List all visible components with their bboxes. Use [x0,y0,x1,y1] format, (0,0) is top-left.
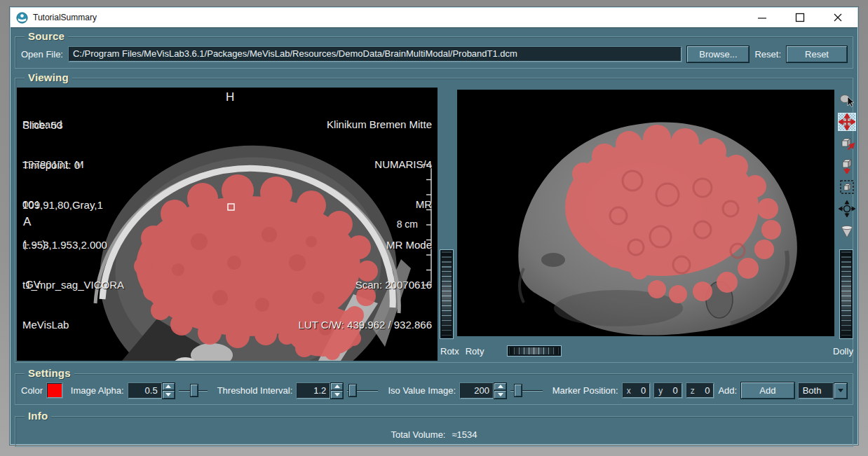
threshold-spinbox: 1.2 [297,383,343,399]
marker-x-value: 0 [641,385,646,396]
reset-button[interactable]: Reset [787,46,847,62]
mode-dropdown-value: Both [799,383,834,399]
down-arrow-icon [334,393,340,396]
marker-y-field[interactable]: y 0 [654,383,682,398]
view-all-icon[interactable] [838,178,856,196]
iso-value[interactable]: 200 [460,383,494,399]
image-alpha-slider[interactable] [179,384,208,398]
slice-thumbwheel[interactable] [440,249,454,339]
color-swatch[interactable] [47,383,62,398]
window-content: Source Open File: C:/Program Files/MeVis… [11,28,857,445]
marker-y-label: y [658,386,663,396]
marker-x-field[interactable]: x 0 [623,383,651,398]
pick-mode-icon[interactable] [838,91,856,109]
viewer-toolbar [837,91,857,240]
roty-label: Roty [466,346,484,357]
up-arrow-icon [498,385,503,388]
marker-x-label: x [627,386,631,396]
maximize-button[interactable] [786,9,814,26]
title-bar: TutorialSummary [11,8,857,28]
iso-value-down-button[interactable] [494,391,506,399]
camera-type-icon[interactable] [838,221,856,240]
threshold-slider[interactable] [347,384,378,398]
scale-label: 8 cm [397,218,418,231]
minimize-icon [757,13,767,22]
viewing-group: Viewing [15,78,853,363]
rotation-controls: Rotx Roty [440,345,562,357]
mode-dropdown[interactable]: Both [799,383,847,399]
close-button[interactable] [824,9,852,26]
seek-icon[interactable] [838,200,856,218]
dolly-thumbwheel[interactable] [839,249,853,339]
total-volume-value: ≈1534 [452,429,477,440]
head-3d-render [457,90,834,336]
image-alpha-spinbox: 0.5 [128,383,175,399]
home-icon[interactable] [838,134,856,153]
image-alpha-label: Image Alpha: [71,385,124,396]
dolly-label: Dolly [833,346,853,357]
threshold-label: Threshold Interval: [217,385,293,396]
info-group: Info Total Volume: ≈1534 [15,416,853,447]
marker-z-label: z [691,386,695,396]
chevron-down-icon [838,389,843,392]
render-viewer-3d[interactable] [457,90,834,336]
marker-y-value: 0 [673,385,678,396]
orientation-top-label: H [226,90,234,104]
image-alpha-value[interactable]: 0.5 [128,383,162,399]
set-home-icon[interactable] [838,156,856,174]
reset-label: Reset: [754,49,781,60]
open-file-input[interactable]: C:/Program Files/MeVisLab3.6.1/Packages/… [69,47,681,62]
rotx-label: Rotx [440,346,459,357]
up-arrow-icon [334,385,340,388]
threshold-up-button[interactable] [331,383,343,391]
iso-value-spinbox: 200 [460,383,506,399]
iso-value-up-button[interactable] [494,383,506,391]
marker-z-value: 0 [705,385,710,396]
threshold-value[interactable]: 1.2 [297,383,330,399]
color-label: Color [21,385,43,396]
add-label: Add: [718,385,737,396]
minimize-button[interactable] [748,9,776,26]
close-icon [833,13,843,22]
mode-info-overlay: MR Mode Scan: 20070616 LUT C/W: 439.962 … [299,212,432,358]
marker-z-field[interactable]: z 0 [686,383,714,398]
threshold-down-button[interactable] [331,391,343,399]
slice-viewer-2d[interactable]: Proband 19780101 M 001 (- - -): GV H A K… [17,88,438,361]
add-marker-button[interactable]: Add [741,382,794,399]
open-file-label: Open File: [21,49,63,60]
rotation-thumbwheel[interactable] [507,345,562,357]
viewing-group-label: Viewing [25,71,72,83]
slice-info-overlay: Slice: 53 Timepoint: 0 109,91,80,Gray,1 … [22,92,124,358]
image-alpha-down-button[interactable] [163,391,175,399]
image-alpha-up-button[interactable] [163,383,175,391]
iso-value-label: Iso Value Image: [388,385,456,396]
down-arrow-icon [165,393,171,396]
iso-value-slider[interactable] [510,384,543,398]
marker-position-label: Marker Position: [552,385,618,396]
rotate-view-icon[interactable] [838,113,856,131]
maximize-icon [795,13,805,22]
source-group: Source Open File: C:/Program Files/MeVis… [15,36,853,69]
up-arrow-icon [165,385,171,388]
down-arrow-icon [498,393,503,396]
total-volume-label: Total Volume: [391,429,445,440]
mevislab-logo-icon [16,12,28,24]
app-window: TutorialSummary Source Open File: C:/Pro… [10,7,858,445]
dropdown-button[interactable] [834,383,847,399]
browse-button[interactable]: Browse... [687,46,749,62]
settings-group: Settings Color Image Alpha: 0.5 Threshol… [15,373,853,405]
window-title: TutorialSummary [33,13,97,22]
